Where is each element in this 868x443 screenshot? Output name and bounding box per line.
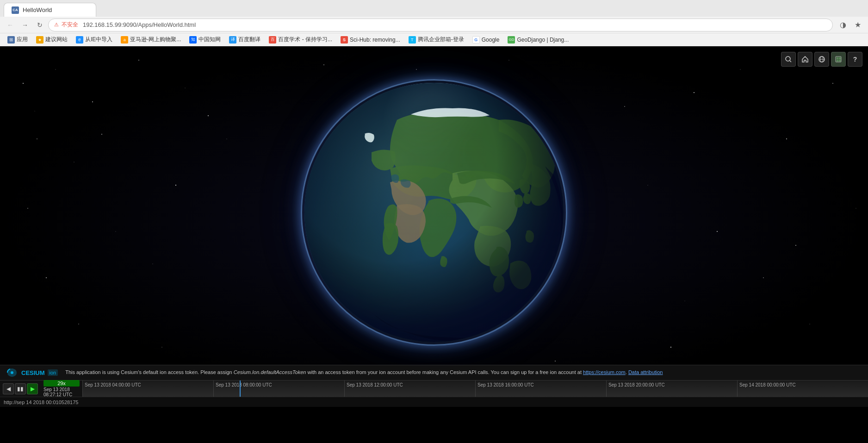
- bookmark-geodjango-label: GeoDjango | Djang...: [517, 37, 569, 43]
- timeline-label-5: Sep 14 2018 00:00:00 UTC: [737, 381, 868, 397]
- bookmark-zhihu[interactable]: 知 中国知网: [186, 35, 224, 45]
- svg-point-1: [56, 69, 56, 70]
- svg-point-9: [116, 231, 116, 232]
- svg-point-12: [162, 347, 162, 348]
- svg-point-0: [23, 83, 24, 84]
- svg-point-6: [37, 138, 37, 139]
- scene-mode-button[interactable]: [814, 52, 829, 67]
- data-attribution-link[interactable]: Data attribution: [628, 369, 663, 375]
- svg-point-23: [810, 324, 810, 324]
- cesium-ion-logo: CESIUM ion: [6, 368, 58, 377]
- security-indicator: ⚠: [54, 22, 59, 28]
- timeline-label-2: Sep 13 2018 12:00:00 UTC: [344, 381, 475, 397]
- nav-icons: ◑ ★: [837, 19, 864, 31]
- play-button[interactable]: ▶: [27, 383, 38, 394]
- timeline-label-0: Sep 13 2018 04:00:00 UTC: [82, 381, 213, 397]
- svg-rect-50: [837, 60, 838, 62]
- timeline-track[interactable]: Sep 13 2018 04:00:00 UTC Sep 13 2018 08:…: [82, 381, 868, 397]
- svg-point-16: [694, 92, 694, 93]
- nav-bar: ← → ↻ ⚠ 不安全 192.168.15.99:9090/Apps/Hell…: [0, 17, 868, 33]
- svg-point-24: [670, 347, 671, 348]
- globe-landmass-svg: [304, 83, 564, 342]
- cesium-signup-link[interactable]: https://cesium.com: [583, 369, 626, 375]
- search-button[interactable]: [781, 52, 796, 67]
- bookmark-jianyi[interactable]: ★ 建议网站: [32, 35, 71, 45]
- home-view-button[interactable]: [798, 52, 812, 67]
- cesium-toolbar: ?: [781, 52, 862, 67]
- forward-button[interactable]: →: [19, 19, 31, 31]
- tencent-icon: T: [409, 36, 416, 44]
- bookmark-apps-label: 应用: [17, 36, 28, 44]
- bookmark-fanyi-label: 百度翻译: [238, 36, 260, 44]
- bookmark-scihub[interactable]: S Sci-Hub: removing...: [337, 35, 404, 45]
- svg-point-29: [555, 361, 556, 362]
- cesium-logo-svg: [6, 368, 19, 377]
- svg-point-3: [138, 60, 139, 61]
- layers-button[interactable]: [831, 52, 846, 67]
- pause-button[interactable]: ▮▮: [15, 383, 26, 394]
- timeline-label-4: Sep 13 2018 20:00:00 UTC: [606, 381, 737, 397]
- extensions-button[interactable]: ◑: [837, 19, 849, 31]
- bookmark-star-button[interactable]: ★: [851, 19, 864, 31]
- layers-icon: [835, 56, 842, 63]
- bookmark-fanyi[interactable]: 译 百度翻译: [225, 35, 264, 45]
- bookmark-baidu-label: 百度学术 - 保持学习...: [278, 36, 332, 44]
- active-tab[interactable]: CA HelloWorld: [4, 3, 96, 17]
- bookmark-apps[interactable]: ⊞ 应用: [4, 35, 31, 45]
- svg-point-5: [208, 115, 209, 116]
- bookmark-scihub-label: Sci-Hub: removing...: [350, 37, 400, 43]
- svg-rect-49: [839, 57, 841, 59]
- svg-point-4: [185, 88, 186, 88]
- cesium-text: CESIUM: [21, 369, 45, 376]
- timeline-bar[interactable]: ◀ ▮▮ ▶ 29x Sep 13 2018 08:27:12 UTC Sep …: [0, 380, 868, 397]
- security-text: 不安全: [62, 21, 78, 29]
- svg-point-42: [786, 56, 790, 61]
- cesium-viewer[interactable]: ? CESIUM ion This application is using C…: [0, 46, 868, 397]
- globe-container[interactable]: [304, 83, 564, 342]
- ion-text: ion: [48, 369, 58, 376]
- step-back-button[interactable]: ◀: [3, 383, 14, 394]
- svg-point-15: [227, 139, 227, 139]
- svg-point-21: [717, 231, 718, 232]
- attribution-code: Cesium.Ion.defaultAccessToken: [234, 369, 306, 375]
- timeline-ticks: Sep 13 2018 04:00:00 UTC Sep 13 2018 08:…: [82, 381, 868, 397]
- svg-point-22: [763, 277, 764, 278]
- time-utc: 08:27:12 UTC: [43, 392, 80, 397]
- bookmark-google[interactable]: G Google: [469, 35, 503, 45]
- bookmark-geodjango[interactable]: GD GeoDjango | Djang...: [504, 35, 572, 45]
- svg-point-37: [795, 245, 796, 246]
- bookmark-ie-label: 从IE中导入: [85, 36, 112, 44]
- bookmarks-bar: ⊞ 应用 ★ 建议网站 e 从IE中导入 a 亚马逊-网上购物聚... 知 中国…: [0, 33, 868, 46]
- bookmark-tencent[interactable]: T 腾讯企业部箱-登录: [405, 35, 468, 45]
- timeline-label-3: Sep 13 2018 16:00:00 UTC: [475, 381, 606, 397]
- svg-point-41: [304, 83, 564, 342]
- bookmark-ie[interactable]: e 从IE中导入: [72, 35, 116, 45]
- tab-favicon: CA: [12, 6, 19, 14]
- browser-chrome: CA HelloWorld ← → ↻ ⚠ 不安全 192.168.15.99:…: [0, 0, 868, 46]
- time-display: 29x Sep 13 2018 08:27:12 UTC: [41, 379, 82, 397]
- bookmark-amazon[interactable]: a 亚马逊-网上购物聚...: [117, 35, 185, 45]
- svg-point-8: [175, 185, 176, 186]
- help-button[interactable]: ?: [848, 52, 862, 67]
- bookmark-tencent-label: 腾讯企业部箱-登录: [418, 36, 464, 44]
- back-button[interactable]: ←: [4, 19, 17, 31]
- search-icon: [785, 56, 792, 63]
- address-bar[interactable]: ⚠ 不安全 192.168.15.99:9090/Apps/HelloWorld…: [48, 19, 833, 31]
- reload-button[interactable]: ↻: [33, 19, 46, 31]
- svg-point-36: [685, 301, 685, 301]
- globe[interactable]: [304, 83, 564, 342]
- svg-point-7: [74, 162, 74, 162]
- bookmark-baidu-xueshu[interactable]: 百 百度学术 - 保持学习...: [265, 35, 336, 45]
- bookmark-amazon-label: 亚马逊-网上购物聚...: [130, 36, 181, 44]
- geodjango-icon: GD: [508, 36, 515, 44]
- status-url: http://sep 14 2018 00:010528175: [4, 399, 864, 405]
- svg-rect-51: [839, 60, 841, 62]
- time-speed: 29x: [43, 380, 80, 387]
- svg-point-35: [624, 106, 625, 107]
- bookmark-zhihu-label: 中国知网: [198, 36, 221, 44]
- svg-point-25: [856, 208, 856, 209]
- tab-title: HelloWorld: [23, 6, 52, 13]
- svg-point-19: [832, 83, 833, 84]
- svg-point-28: [509, 60, 509, 61]
- bottom-section: CESIUM ion This application is using Ces…: [0, 365, 868, 397]
